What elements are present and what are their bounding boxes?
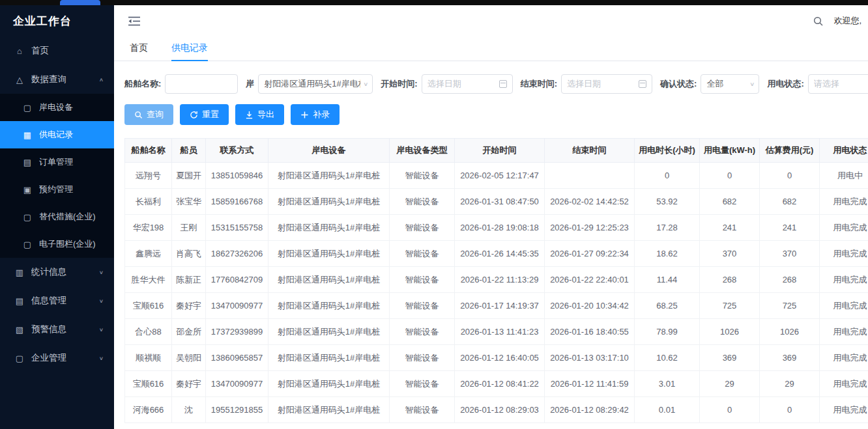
sidebar-item[interactable]: ▢岸电设备 [0, 94, 114, 121]
table-cell: 用电完成 [820, 267, 868, 293]
chevron-down-icon: ∨ [99, 270, 104, 275]
table-cell: 2026-01-12 08:29:42 [545, 397, 635, 423]
sidebar-item-label: 首页 [31, 45, 104, 57]
sidebar-item-label: 统计信息 [31, 266, 99, 278]
window-top-strip [0, 0, 868, 5]
query-button-label: 查询 [147, 109, 164, 120]
query-button[interactable]: 查询 [124, 104, 173, 125]
table-cell: 智能设备 [390, 371, 455, 397]
tab-power-records[interactable]: 供电记录 [171, 36, 208, 61]
app-title: 企业工作台 [0, 7, 114, 36]
table-cell: 用电完成 [820, 215, 868, 241]
power-status-label: 用电状态: [767, 78, 803, 90]
table-cell: 241 [760, 215, 820, 241]
tab-bar: 首页供电记录 [114, 36, 868, 61]
device-select-value: 射阳港区通用码头1#岸电桩 [264, 78, 360, 90]
stats-icon: ▥ [14, 268, 25, 277]
table-cell: 18.62 [635, 241, 700, 267]
table-cell: 0 [635, 163, 700, 189]
sidebar-item[interactable]: ▤订单管理 [0, 148, 114, 176]
table-cell: 29 [760, 371, 820, 397]
table-cell: 2026-01-20 10:34:42 [545, 293, 635, 319]
sidebar-item[interactable]: ⌂首页 [0, 36, 114, 65]
column-header: 船员 [172, 139, 206, 163]
table-cell: 15315155758 [206, 215, 268, 241]
table-cell: 370 [700, 241, 760, 267]
table-cell: 用电中 [820, 163, 868, 189]
sidebar-item[interactable]: ▤信息管理∨ [0, 286, 114, 315]
sidebar-item[interactable]: ▣预约管理 [0, 176, 114, 203]
table-row: 顺祺顺吴朝阳13860965857射阳港区通用码头1#岸电桩智能设备2026-0… [125, 345, 868, 371]
table-cell: 268 [700, 267, 760, 293]
reset-button-label: 重置 [202, 109, 219, 120]
sidebar-item[interactable]: ▢替代措施(企业) [0, 203, 114, 230]
confirm-status-label: 确认状态: [660, 78, 697, 90]
table-cell: 用电完成 [820, 397, 868, 423]
table-cell: 合心88 [125, 319, 172, 345]
table-cell: 1026 [700, 319, 760, 345]
end-time-label: 结束时间: [521, 78, 557, 90]
table-cell: 13470090977 [206, 371, 268, 397]
sidebar-item-label: 预警信息 [31, 324, 99, 335]
order-icon: ▤ [22, 158, 33, 167]
table-row: 鑫腾远肖高飞18627326206射阳港区通用码头1#岸电桩智能设备2026-0… [125, 241, 868, 267]
export-button[interactable]: 导出 [235, 104, 284, 125]
enterprise-icon: ▢ [14, 353, 25, 363]
table-cell: 顺祺顺 [125, 345, 172, 371]
table-row: 胜华大件陈新正17760842709射阳港区通用码头1#岸电桩智能设备2026-… [125, 267, 868, 293]
chevron-up-icon: ∧ [99, 77, 104, 83]
table-cell: 2026-02-05 12:17:47 [455, 163, 545, 189]
table-row: 河海666沈19551291855射阳港区通用码头1#岸电桩智能设备2026-0… [125, 397, 868, 423]
table-cell: 2026-01-31 08:47:50 [455, 189, 545, 215]
column-header: 用电时长(小时) [635, 139, 700, 163]
table-cell: 张宝华 [172, 189, 206, 215]
collapse-sidebar-icon[interactable] [128, 16, 140, 26]
search-icon[interactable] [813, 16, 823, 26]
table-cell: 射阳港区通用码头1#岸电桩 [268, 163, 390, 189]
table-cell: 用电完成 [820, 189, 868, 215]
table-cell: 2026-01-12 08:29:03 [455, 397, 545, 423]
table-cell: 射阳港区通用码头1#岸电桩 [268, 241, 390, 267]
fence-icon: ▢ [22, 240, 33, 249]
sidebar-item[interactable]: △数据查询∧ [0, 65, 114, 94]
sidebar-item[interactable]: ▢电子围栏(企业) [0, 230, 114, 258]
table-cell: 河海666 [125, 397, 172, 423]
power-status-select[interactable]: 请选择 [808, 74, 868, 94]
ship-name-filter: 船舶名称: [124, 74, 238, 94]
sidebar-item-label: 岸电设备 [39, 102, 104, 113]
column-header: 估算费用(元) [760, 139, 820, 163]
table-row: 宝顺616秦好宇13470090977射阳港区通用码头1#岸电桩智能设备2026… [125, 293, 868, 319]
table-cell: 13860965857 [206, 345, 268, 371]
table-cell: 射阳港区通用码头1#岸电桩 [268, 189, 390, 215]
table-cell: 智能设备 [390, 319, 455, 345]
table-cell: 2026-01-17 14:19:37 [455, 293, 545, 319]
table-cell: 智能设备 [390, 163, 455, 189]
table-cell: 78.99 [635, 319, 700, 345]
start-time-label: 开始时间: [381, 78, 417, 90]
start-time-filter: 开始时间: 选择日期 [381, 74, 512, 94]
table-cell: 0 [760, 397, 820, 423]
device-select[interactable]: 射阳港区通用码头1#岸电桩 ∨ [258, 74, 373, 94]
table-cell: 2026-02-02 14:42:52 [545, 189, 635, 215]
ship-name-input[interactable] [165, 74, 238, 94]
table-cell: 682 [700, 189, 760, 215]
table-cell: 725 [700, 293, 760, 319]
table-row: 合心88邵金所17372939899射阳港区通用码头1#岸电桩智能设备2026-… [125, 319, 868, 345]
start-time-input[interactable]: 选择日期 [422, 74, 513, 94]
end-time-input[interactable]: 选择日期 [561, 74, 652, 94]
supplement-button[interactable]: 补录 [291, 104, 340, 125]
reservation-icon: ▣ [22, 185, 33, 195]
end-time-filter: 结束时间: 选择日期 [521, 74, 652, 94]
sidebar-item[interactable]: ▧预警信息∨ [0, 315, 114, 344]
column-header: 用电状态 [820, 139, 868, 163]
sidebar-item[interactable]: ▥统计信息∨ [0, 258, 114, 286]
chevron-down-icon: ∨ [749, 81, 755, 87]
sidebar-item[interactable]: ▦供电记录 [0, 121, 114, 148]
records-table: 船舶名称船员联系方式岸电设备岸电设备类型开始时间结束时间用电时长(小时)用电量(… [124, 138, 868, 423]
end-time-placeholder: 选择日期 [567, 78, 601, 90]
table-cell: 用电完成 [820, 345, 868, 371]
reset-button[interactable]: 重置 [180, 104, 229, 125]
confirm-status-select[interactable]: 全部 ∨ [701, 74, 759, 94]
tab-home[interactable]: 首页 [130, 36, 148, 61]
sidebar-item[interactable]: ▢企业管理∨ [0, 344, 114, 372]
